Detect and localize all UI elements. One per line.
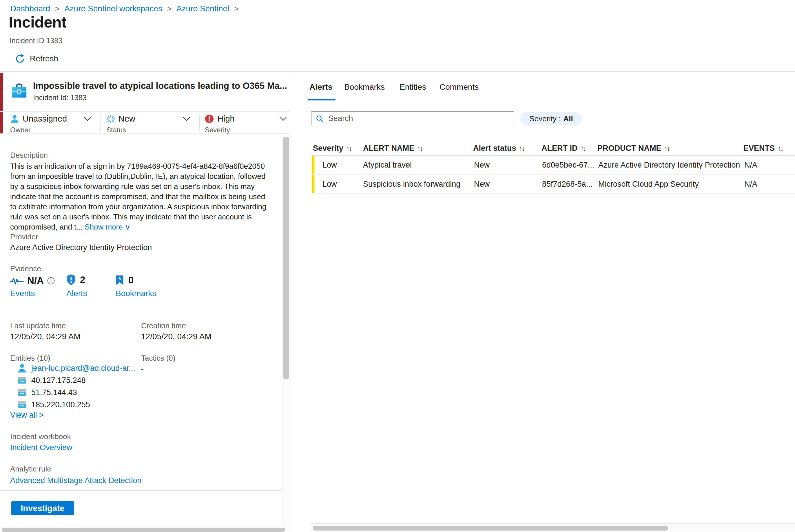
cell-product-name: Microsoft Cloud App Security bbox=[598, 180, 699, 189]
incident-icon bbox=[11, 82, 27, 100]
entity-item-ip: 185.220.100.255 bbox=[17, 399, 90, 411]
column-label: PRODUCT NAME bbox=[597, 144, 662, 153]
status-value: New bbox=[119, 114, 135, 124]
row-severity-bar bbox=[312, 175, 314, 193]
tab-alerts[interactable]: Alerts bbox=[309, 82, 332, 92]
breadcrumb-separator: > bbox=[55, 4, 59, 13]
column-header-events[interactable]: EVENTS ↑↓ bbox=[743, 144, 783, 153]
page-title: Incident bbox=[9, 13, 66, 31]
alert-table-row[interactable]: Low Atypical travel New 6d0e5bec-67... A… bbox=[310, 156, 795, 175]
tactics-label: Tactics (0) bbox=[141, 354, 175, 363]
chevron-down-icon bbox=[84, 116, 92, 123]
chevron-down-icon bbox=[182, 116, 191, 123]
info-icon[interactable] bbox=[47, 277, 55, 285]
tactics-value: - bbox=[141, 364, 144, 374]
entity-account-link[interactable]: jean-luc.picard@ad.cloud-ar... bbox=[31, 364, 135, 373]
incident-workbook-link[interactable]: Incident Overview bbox=[10, 443, 72, 452]
breadcrumb-separator: > bbox=[167, 4, 171, 13]
tab-bookmarks[interactable]: Bookmarks bbox=[344, 82, 385, 92]
svg-text:★: ★ bbox=[118, 276, 121, 281]
view-all-link[interactable]: View all > bbox=[10, 411, 44, 420]
breadcrumb-azure-sentinel[interactable]: Azure Sentinel bbox=[177, 4, 229, 13]
cell-alert-status: New bbox=[474, 180, 490, 189]
sort-icon: ↑↓ bbox=[581, 145, 586, 153]
owner-dropdown[interactable]: Unassigned Owner bbox=[10, 114, 94, 134]
left-panel-vertical-scrollbar[interactable] bbox=[282, 134, 291, 526]
bookmarks-link[interactable]: Bookmarks bbox=[115, 289, 156, 298]
refresh-button[interactable]: Refresh bbox=[15, 54, 58, 64]
events-pulse-icon bbox=[10, 277, 24, 285]
sort-icon: ↑↓ bbox=[778, 145, 783, 153]
provider-value: Azure Active Directory Identity Protecti… bbox=[10, 243, 152, 252]
severity-dropdown[interactable]: High Severity bbox=[205, 114, 286, 134]
evidence-alerts: 2 bbox=[66, 274, 85, 285]
left-panel-horizontal-scrollbar-thumb[interactable] bbox=[2, 528, 285, 532]
cell-alert-status: New bbox=[474, 160, 490, 170]
incident-title: Impossible travel to atypical locations … bbox=[33, 81, 294, 91]
events-link[interactable]: Events bbox=[10, 289, 35, 298]
evidence-label: Evidence bbox=[10, 264, 41, 273]
description-body: This is an indication of a sign in by 71… bbox=[10, 162, 266, 231]
column-label: EVENTS bbox=[743, 144, 775, 153]
left-panel-vertical-scrollbar-thumb[interactable] bbox=[283, 137, 289, 379]
description-label: Description bbox=[10, 151, 48, 160]
description-text: This is an indication of a sign in by 71… bbox=[10, 161, 273, 232]
incident-details-panel: Alerts Bookmarks Entities Comments Sever… bbox=[290, 72, 795, 532]
alert-table-row[interactable]: Low Suspicious inbox forwarding New 85f7… bbox=[310, 175, 795, 194]
cell-alert-id-link[interactable]: 6d0e5bec-67... bbox=[542, 160, 594, 170]
severity-filter-value: All bbox=[563, 114, 573, 123]
last-update-value: 12/05/20, 04:29 AM bbox=[10, 332, 80, 341]
alerts-link[interactable]: Alerts bbox=[66, 289, 87, 298]
cell-events: N/A bbox=[744, 180, 757, 189]
cell-severity: Low bbox=[323, 160, 337, 170]
sort-icon: ↑↓ bbox=[519, 145, 524, 153]
details-panel-horizontal-scrollbar[interactable] bbox=[310, 523, 795, 532]
footer-divider bbox=[0, 490, 290, 491]
account-entity-icon bbox=[17, 363, 27, 373]
refresh-label: Refresh bbox=[30, 54, 58, 63]
sort-icon: ↑↓ bbox=[346, 145, 351, 153]
show-more-link[interactable]: Show more ∨ bbox=[85, 223, 130, 231]
column-header-alert-name[interactable]: ALERT NAME ↑↓ bbox=[363, 144, 422, 153]
chevron-down-icon bbox=[279, 116, 287, 123]
field-divider bbox=[100, 114, 101, 131]
breadcrumb-workspaces[interactable]: Azure Sentinel workspaces bbox=[64, 4, 162, 13]
column-header-alert-status[interactable]: Alert status ↑↓ bbox=[473, 144, 524, 153]
investigate-button[interactable]: Investigate bbox=[11, 501, 74, 515]
sort-icon: ↑↓ bbox=[417, 145, 422, 153]
left-panel-horizontal-scrollbar[interactable] bbox=[0, 526, 290, 532]
incident-id: Incident Id: 1383 bbox=[33, 94, 87, 102]
entity-item-account: jean-luc.picard@ad.cloud-ar... bbox=[17, 362, 135, 374]
sort-icon: ↑↓ bbox=[664, 145, 670, 153]
evidence-bookmarks: ★ 0 bbox=[115, 275, 133, 286]
status-label: Status bbox=[106, 126, 191, 134]
column-label: ALERT NAME bbox=[363, 144, 414, 153]
tab-comments[interactable]: Comments bbox=[439, 82, 478, 92]
cell-alert-name: Atypical travel bbox=[363, 160, 412, 170]
entity-ip-value: 40.127.175.248 bbox=[31, 376, 86, 385]
field-divider bbox=[199, 114, 200, 131]
tab-entities[interactable]: Entities bbox=[399, 82, 426, 92]
cell-alert-name: Suspicious inbox forwarding bbox=[363, 180, 460, 189]
incident-quick-fields: Unassigned Owner bbox=[0, 112, 290, 134]
search-input[interactable] bbox=[311, 111, 514, 125]
cell-product-name: Azure Active Directory Identity Protecti… bbox=[598, 160, 740, 170]
severity-value: High bbox=[217, 114, 235, 124]
column-header-severity[interactable]: Severity ↑↓ bbox=[313, 144, 351, 153]
entity-ip-value: 51.75.144.43 bbox=[31, 388, 77, 397]
column-header-product-name[interactable]: PRODUCT NAME ↑↓ bbox=[597, 144, 670, 153]
owner-person-icon bbox=[10, 114, 19, 123]
entity-item-ip: 40.127.175.248 bbox=[17, 375, 86, 386]
search-icon bbox=[316, 115, 324, 124]
active-tab-underline bbox=[308, 99, 336, 100]
analytic-rule-link[interactable]: Advanced Multistage Attack Detection bbox=[10, 476, 141, 485]
breadcrumb-dashboard[interactable]: Dashboard bbox=[11, 4, 50, 13]
cell-alert-id-link[interactable]: 85f7d268-5a... bbox=[542, 180, 593, 189]
column-header-alert-id[interactable]: ALERT ID ↑↓ bbox=[542, 144, 586, 153]
ip-entity-icon bbox=[17, 401, 27, 409]
severity-filter-pill[interactable]: Severity : All bbox=[520, 112, 582, 125]
ip-entity-icon bbox=[17, 376, 27, 384]
status-dropdown[interactable]: New Status bbox=[106, 114, 191, 134]
last-update-label: Last update time bbox=[10, 321, 66, 330]
details-panel-horizontal-scrollbar-thumb[interactable] bbox=[313, 526, 668, 531]
